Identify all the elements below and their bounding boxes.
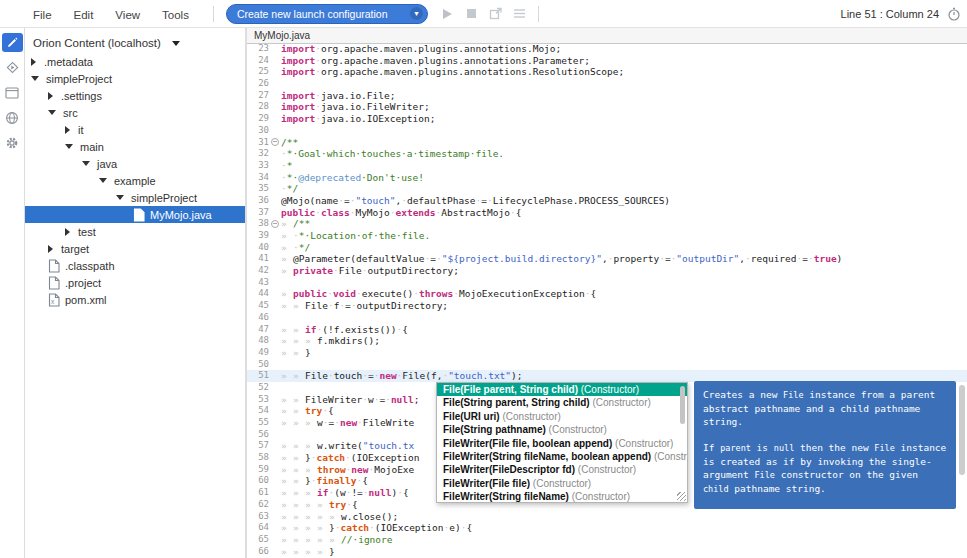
- fold-collapse-icon[interactable]: [271, 138, 279, 146]
- tree-item--project[interactable]: .project: [25, 274, 245, 291]
- code-line-25[interactable]: 25import·org.apache.maven.plugins.annota…: [247, 66, 967, 78]
- stopwatch-icon[interactable]: [947, 7, 961, 21]
- code-line-24[interactable]: 24import·org.apache.maven.plugins.annota…: [247, 55, 967, 67]
- collapsed-arrow-icon[interactable]: [31, 58, 36, 66]
- code-line-41[interactable]: 41»@Parameter(defaultValue·=·"${project.…: [247, 253, 967, 265]
- doc-paragraph: Creates a new File instance from a paren…: [703, 388, 947, 428]
- code-line-45[interactable]: 45»»File·f·=·outputDirectory;: [247, 300, 967, 312]
- code-line-36[interactable]: 36@Mojo(name·=·"touch",·defaultPhase·=·L…: [247, 195, 967, 207]
- tree-item--metadata[interactable]: .metadata: [25, 53, 245, 70]
- expanded-arrow-icon[interactable]: [31, 76, 39, 81]
- tree-item-src[interactable]: src: [25, 104, 245, 121]
- code-line-43[interactable]: 43: [247, 277, 967, 289]
- code-line-63[interactable]: 63»»»»»w.close();: [247, 511, 967, 523]
- open-in-new-icon[interactable]: [488, 6, 504, 22]
- code-line-28[interactable]: 28import·java.io.FileWriter;: [247, 101, 967, 113]
- settings-gear-icon[interactable]: [2, 133, 23, 152]
- tree-item-target[interactable]: target: [25, 240, 245, 257]
- code-line-48[interactable]: 48»»»f.mkdirs();: [247, 335, 967, 347]
- expanded-arrow-icon[interactable]: [99, 178, 107, 183]
- tree-item-test[interactable]: test: [25, 223, 245, 240]
- doc-scrollbar-thumb[interactable]: [959, 385, 965, 475]
- expanded-arrow-icon[interactable]: [65, 144, 73, 149]
- tree-item-label: java: [97, 158, 117, 170]
- menu-tools[interactable]: Tools: [162, 9, 189, 21]
- tree-item-mymojo-java[interactable]: MyMojo.java: [25, 206, 245, 223]
- completion-item[interactable]: File(String parent, String child) (Const…: [437, 396, 687, 409]
- popup-scrollbar-thumb[interactable]: [680, 386, 685, 424]
- code-line-35[interactable]: 35·*/: [247, 183, 967, 195]
- code-line-64[interactable]: 64»»»»}·catch·(IOException·e)·{: [247, 522, 967, 534]
- code-line-44[interactable]: 44»public·void·execute()·throws·MojoExec…: [247, 288, 967, 300]
- collapsed-arrow-icon[interactable]: [65, 126, 70, 134]
- code-line-30[interactable]: 30: [247, 125, 967, 137]
- expanded-arrow-icon[interactable]: [82, 161, 90, 166]
- code-line-38[interactable]: 38»/**: [247, 218, 967, 230]
- expanded-arrow-icon[interactable]: [116, 195, 124, 200]
- play-icon[interactable]: [440, 6, 456, 22]
- code-line-47[interactable]: 47»»if·(!f.exists())·{: [247, 324, 967, 336]
- code-line-23[interactable]: 23import·org.apache.maven.plugins.annota…: [247, 43, 967, 55]
- doc-code-term: null: [774, 443, 794, 453]
- code-line-27[interactable]: 27import·java.io.File;: [247, 90, 967, 102]
- code-line-46[interactable]: 46: [247, 312, 967, 324]
- tree-item-simpleproject[interactable]: simpleProject: [25, 70, 245, 87]
- tree-item-simpleproject[interactable]: simpleProject: [25, 189, 245, 206]
- code-line-34[interactable]: 34·*·@deprecated·Don't·use!: [247, 172, 967, 184]
- completion-popup: File(File parent, String child) (Constru…: [436, 382, 688, 503]
- menu-file[interactable]: File: [33, 9, 52, 21]
- workspace-root[interactable]: Orion Content (localhost): [25, 28, 245, 53]
- code-line-26[interactable]: 26: [247, 78, 967, 90]
- code-line-66[interactable]: 66»»»»}: [247, 546, 967, 558]
- collapsed-arrow-icon[interactable]: [48, 92, 53, 100]
- tree-item-java[interactable]: java: [25, 155, 245, 172]
- code-line-49[interactable]: 49»»}: [247, 347, 967, 359]
- line-number: 64: [247, 522, 269, 534]
- tree-item--classpath[interactable]: .classpath: [25, 257, 245, 274]
- list-icon[interactable]: [512, 6, 528, 22]
- completion-item[interactable]: FileWriter(File file) (Constructor): [437, 477, 687, 490]
- menu-edit[interactable]: Edit: [74, 9, 94, 21]
- line-number: 45: [247, 300, 269, 312]
- tree-item-main[interactable]: main: [25, 138, 245, 155]
- expanded-arrow-icon[interactable]: [48, 110, 56, 115]
- stop-icon[interactable]: [464, 6, 480, 22]
- menu-view[interactable]: View: [115, 9, 140, 21]
- code-line-32[interactable]: 32·*·Goal·which·touches·a·timestamp·file…: [247, 148, 967, 160]
- tree-item-example[interactable]: example: [25, 172, 245, 189]
- browser-window-icon[interactable]: [2, 83, 23, 102]
- code-line-40[interactable]: 40»·*/: [247, 242, 967, 254]
- editor-tab-bar: MyMojo.java: [247, 28, 967, 44]
- collapsed-arrow-icon[interactable]: [48, 245, 53, 253]
- popup-resize-grip[interactable]: [677, 492, 686, 501]
- completion-item[interactable]: FileWriter(File file, boolean append) (C…: [437, 437, 687, 450]
- completion-item[interactable]: FileWriter(FileDescriptor fd) (Construct…: [437, 463, 687, 476]
- code-line-65[interactable]: 65»»»»»//·ignore: [247, 534, 967, 546]
- code-line-50[interactable]: 50: [247, 359, 967, 371]
- collapsed-arrow-icon[interactable]: [65, 228, 70, 236]
- launch-diamond-icon[interactable]: [2, 58, 23, 77]
- code-line-42[interactable]: 42»private·File·outputDirectory;: [247, 265, 967, 277]
- line-number: 29: [247, 113, 269, 125]
- edit-pencil-icon[interactable]: [2, 33, 23, 52]
- tab-mymojo-java[interactable]: MyMojo.java: [254, 30, 310, 41]
- launch-config-dropdown[interactable]: Create new launch configuration ▼: [226, 4, 428, 24]
- completion-item[interactable]: File(URI uri) (Constructor): [437, 410, 687, 423]
- completion-item[interactable]: File(String pathname) (Constructor): [437, 423, 687, 436]
- code-line-39[interactable]: 39»·*·Location·of·the·file.: [247, 230, 967, 242]
- code-line-37[interactable]: 37public·class·MyMojo·extends·AbstractMo…: [247, 207, 967, 219]
- completion-item[interactable]: FileWriter(String fileName, boolean appe…: [437, 450, 687, 463]
- completion-item[interactable]: FileWriter(String fileName) (Constructor…: [437, 490, 687, 503]
- line-number: 50: [247, 359, 269, 371]
- line-number: 62: [247, 499, 269, 511]
- code-line-31[interactable]: 31/**: [247, 137, 967, 149]
- completion-item[interactable]: File(File parent, String child) (Constru…: [437, 383, 687, 396]
- code-line-29[interactable]: 29import·java.io.IOException;: [247, 113, 967, 125]
- tree-item-it[interactable]: it: [25, 121, 245, 138]
- fold-collapse-icon[interactable]: [271, 220, 279, 228]
- tree-item-pom-xml[interactable]: xpom.xml: [25, 291, 245, 308]
- code-line-33[interactable]: 33·*: [247, 160, 967, 172]
- tree-item--settings[interactable]: .settings: [25, 87, 245, 104]
- globe-icon[interactable]: [2, 108, 23, 127]
- line-number: 28: [247, 101, 269, 113]
